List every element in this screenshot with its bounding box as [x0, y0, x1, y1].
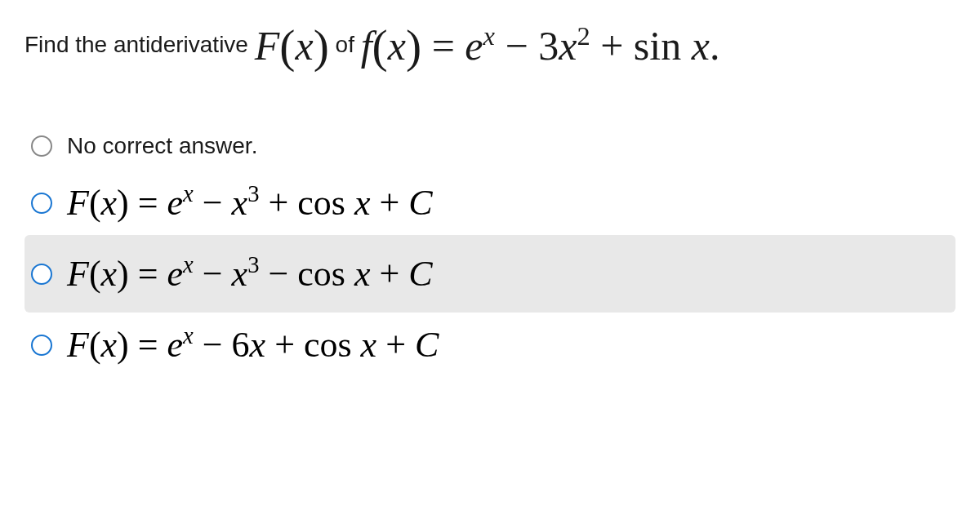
question-prompt: Find the antiderivative F(x) of f(x) = e…	[24, 20, 956, 73]
options-group: No correct answer. F(x) = ex − x3 + cos …	[24, 122, 956, 377]
radio-icon	[31, 135, 52, 157]
option-2-label: F(x) = ex − x3 + cos x + C	[67, 182, 433, 224]
question-fx-expr: f(x) = ex − 3x2 + sin x.	[361, 23, 720, 69]
option-3-label: F(x) = ex − x3 − cos x + C	[67, 253, 433, 295]
option-3[interactable]: F(x) = ex − x3 − cos x + C	[24, 235, 956, 313]
question-Fx: F(x)	[255, 23, 329, 69]
question-middle: of	[329, 32, 361, 57]
option-1-label: No correct answer.	[67, 133, 257, 159]
radio-icon	[31, 193, 52, 214]
option-4[interactable]: F(x) = ex − 6x + cos x + C	[24, 313, 956, 377]
option-1[interactable]: No correct answer.	[24, 122, 956, 171]
question-prefix: Find the antiderivative	[24, 32, 255, 57]
radio-icon	[31, 335, 52, 356]
option-4-label: F(x) = ex − 6x + cos x + C	[67, 324, 439, 366]
option-2[interactable]: F(x) = ex − x3 + cos x + C	[24, 171, 956, 235]
radio-icon	[31, 264, 52, 285]
